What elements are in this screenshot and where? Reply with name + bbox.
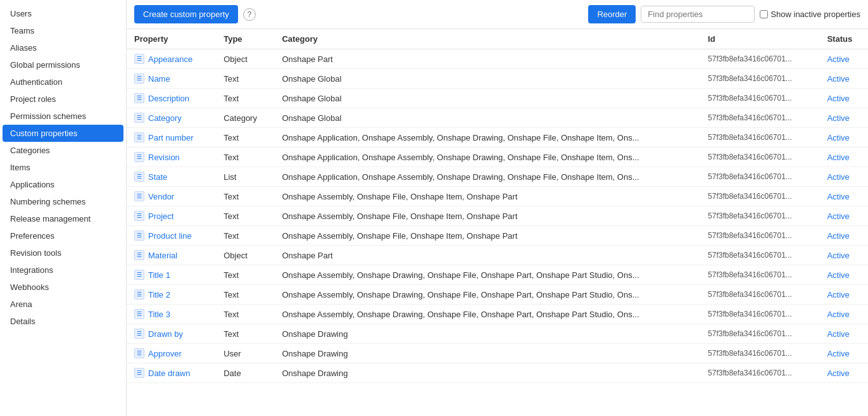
show-inactive-label[interactable]: Show inactive properties [760,9,860,19]
table-row: ☰DescriptionTextOnshape Global57f3fb8efa… [127,89,868,108]
property-name[interactable]: ☰Part number [134,132,208,142]
type-cell: Object [216,246,274,265]
property-name[interactable]: ☰Project [134,211,208,221]
col-status: Status [819,29,868,49]
type-cell: Text [216,305,274,324]
property-cell: ☰Approver [127,344,216,363]
sidebar-item-aliases[interactable]: Aliases [0,39,126,56]
category-cell: Onshape Drawing [274,324,700,344]
property-name[interactable]: ☰Revision [134,152,208,162]
property-cell: ☰Date drawn [127,363,216,383]
property-name[interactable]: ☰Date drawn [134,368,208,378]
col-property: Property [127,29,216,49]
property-cell: ☰Title 3 [127,305,216,324]
id-cell: 57f3fb8efa3416c06701... [700,148,819,167]
id-cell: 57f3fb8efa3416c06701... [700,89,819,108]
property-name[interactable]: ☰Title 1 [134,270,208,280]
property-icon: ☰ [134,250,144,260]
sidebar-item-details[interactable]: Details [0,313,126,330]
property-name[interactable]: ☰Category [134,113,208,123]
property-name[interactable]: ☰Vendor [134,191,208,201]
sidebar-item-authentication[interactable]: Authentication [0,73,126,91]
property-cell: ☰Category [127,108,216,128]
status-cell: Active [819,265,868,285]
sidebar-item-release-management[interactable]: Release management [0,210,126,227]
sidebar-item-revision-tools[interactable]: Revision tools [0,244,126,262]
status-cell: Active [819,108,868,128]
property-name[interactable]: ☰Appearance [134,54,208,64]
type-cell: Text [216,324,274,344]
property-icon: ☰ [134,172,144,182]
sidebar-item-arena[interactable]: Arena [0,296,126,313]
property-icon: ☰ [134,191,144,201]
category-cell: Onshape Assembly, Onshape File, Onshape … [274,206,700,226]
reorder-button[interactable]: Reorder [588,5,636,23]
property-icon: ☰ [134,132,144,142]
type-cell: User [216,344,274,363]
property-name-text: Product line [148,231,192,241]
category-cell: Onshape Assembly, Onshape Drawing, Onsha… [274,265,700,285]
sidebar-item-integrations[interactable]: Integrations [0,262,126,279]
category-cell: Onshape Application, Onshape Assembly, O… [274,167,700,187]
sidebar-item-project-roles[interactable]: Project roles [0,91,126,108]
sidebar-item-preferences[interactable]: Preferences [0,227,126,244]
id-cell: 57f3fb8efa3416c06701... [700,167,819,187]
property-icon: ☰ [134,309,144,319]
table-header-row: Property Type Category Id Status [127,29,868,49]
help-icon[interactable]: ? [243,8,256,21]
table-row: ☰CategoryCategoryOnshape Global57f3fb8ef… [127,108,868,128]
toolbar: Create custom property ? Reorder Show in… [127,0,868,29]
table-row: ☰Product lineTextOnshape Assembly, Onsha… [127,226,868,246]
table-row: ☰Title 3TextOnshape Assembly, Onshape Dr… [127,305,868,324]
sidebar-item-items[interactable]: Items [0,159,126,176]
sidebar-item-numbering-schemes[interactable]: Numbering schemes [0,193,126,210]
id-cell: 57f3fb8efa3416c06701... [700,285,819,305]
main-content: Create custom property ? Reorder Show in… [127,0,868,416]
property-icon: ☰ [134,329,144,339]
sidebar-item-users[interactable]: Users [0,5,126,22]
property-name[interactable]: ☰Material [134,250,208,260]
sidebar-item-permission-schemes[interactable]: Permission schemes [0,108,126,125]
status-cell: Active [819,69,868,89]
category-cell: Onshape Part [274,49,700,69]
id-cell: 57f3fb8efa3416c06701... [700,187,819,206]
type-cell: Text [216,148,274,167]
create-custom-property-button[interactable]: Create custom property [134,5,238,23]
property-cell: ☰Drawn by [127,324,216,344]
property-cell: ☰Title 2 [127,285,216,305]
category-cell: Onshape Assembly, Onshape File, Onshape … [274,226,700,246]
sidebar-item-categories[interactable]: Categories [0,142,126,159]
id-cell: 57f3fb8efa3416c06701... [700,324,819,344]
table-row: ☰Drawn byTextOnshape Drawing57f3fb8efa34… [127,324,868,344]
type-cell: Text [216,187,274,206]
property-name[interactable]: ☰State [134,172,208,182]
type-cell: Category [216,108,274,128]
sidebar-item-applications[interactable]: Applications [0,176,126,193]
status-cell: Active [819,344,868,363]
property-name[interactable]: ☰Approver [134,348,208,358]
property-cell: ☰Vendor [127,187,216,206]
property-icon: ☰ [134,211,144,221]
property-cell: ☰Appearance [127,49,216,69]
property-name[interactable]: ☰Product line [134,230,208,241]
type-cell: Text [216,206,274,226]
property-name[interactable]: ☰Drawn by [134,329,208,339]
property-name[interactable]: ☰Title 3 [134,309,208,319]
sidebar-item-global-permissions[interactable]: Global permissions [0,56,126,73]
category-cell: Onshape Assembly, Onshape Drawing, Onsha… [274,305,700,324]
sidebar-item-teams[interactable]: Teams [0,22,126,39]
sidebar-item-webhooks[interactable]: Webhooks [0,279,126,296]
status-cell: Active [819,363,868,383]
property-icon: ☰ [134,73,144,84]
property-name[interactable]: ☰Title 2 [134,289,208,299]
status-cell: Active [819,305,868,324]
category-cell: Onshape Drawing [274,363,700,383]
search-input[interactable] [641,6,755,23]
property-name-text: State [148,172,167,182]
sidebar-item-custom-properties[interactable]: Custom properties [3,125,123,142]
id-cell: 57f3fb8efa3416c06701... [700,344,819,363]
property-name[interactable]: ☰Description [134,93,208,103]
property-name[interactable]: ☰Name [134,73,208,84]
type-cell: Text [216,265,274,285]
show-inactive-checkbox[interactable] [760,10,768,18]
